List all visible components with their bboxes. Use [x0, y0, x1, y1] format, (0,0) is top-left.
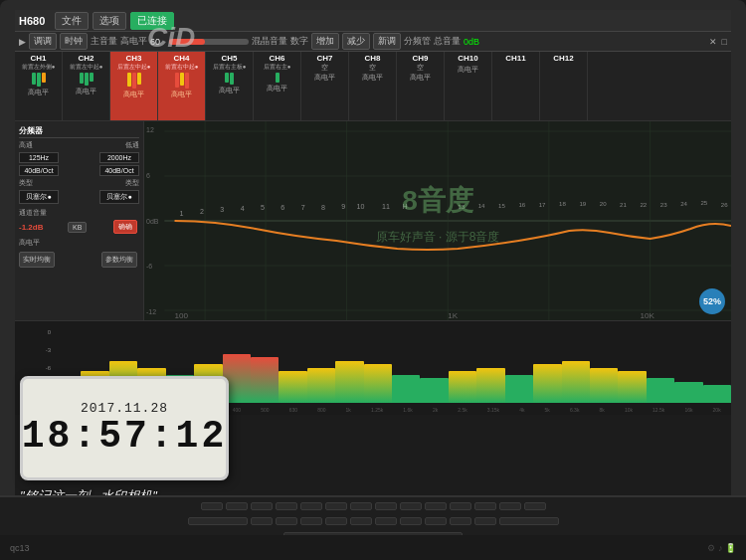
keyboard-row2	[0, 512, 746, 527]
menu-file[interactable]: 文件	[55, 12, 89, 30]
spec-bar-20	[618, 371, 646, 403]
spec-bar-9	[307, 368, 335, 403]
lp-gain-label: 通道音量	[19, 208, 47, 218]
svg-text:17: 17	[539, 202, 546, 208]
toolbar2-slider[interactable]	[169, 39, 249, 45]
lp-realtime-btn[interactable]: 实时均衡	[19, 252, 55, 268]
ch4-sub: 前置右中起●	[165, 64, 199, 71]
svg-text:2: 2	[200, 208, 204, 215]
key-5	[300, 502, 322, 510]
ch3-hlabel: 高电平	[123, 90, 144, 99]
left-panel: 分频器 高通 低通 125Hz 2000Hz 40dB/Oct 40dB/Oct…	[15, 121, 144, 320]
key-14	[524, 502, 546, 510]
ch5-meters	[225, 73, 234, 85]
toolbar2-ext[interactable]: □	[722, 37, 727, 47]
keyboard-row1	[0, 497, 746, 512]
channel-ch5[interactable]: CH5 后置右主板● 高电平	[206, 52, 254, 120]
main-content: 分频器 高通 低通 125Hz 2000Hz 40dB/Oct 40dB/Oct…	[15, 121, 731, 320]
spec-bar-16	[505, 375, 533, 403]
svg-text:14: 14	[478, 203, 485, 209]
ch9-name: CH9	[412, 54, 428, 64]
lp-btn-confirm[interactable]: 确确	[113, 220, 137, 234]
channel-ch8[interactable]: CH8 空 高电平	[349, 52, 397, 120]
key-y	[375, 517, 397, 525]
channel-ch10[interactable]: CH10 高电平	[445, 52, 492, 120]
toolbar2-tab1[interactable]: 调调	[29, 33, 57, 50]
spec-bar-21	[647, 378, 674, 403]
key-12	[474, 502, 496, 510]
svg-text:15: 15	[498, 203, 505, 209]
lp-btn-kb[interactable]: KB	[68, 222, 87, 233]
channel-ch11[interactable]: CH11	[492, 52, 540, 120]
channel-ch1[interactable]: CH1 前置左外侧● 高电平	[15, 52, 63, 120]
lp-freq2-val[interactable]: 2000Hz	[99, 152, 139, 163]
svg-text:H: H	[402, 203, 407, 210]
key-i	[425, 517, 447, 525]
lp-gain-value: -1.2dB	[19, 223, 43, 232]
toolbar2: ▶ 调调 时钟 主音量 高电平 60 混晶音量 数字 增加 减少 新调 分频管 …	[15, 32, 731, 52]
channel-ch3[interactable]: CH3 后置左中起● 高电平	[110, 52, 158, 120]
menu-connected[interactable]: 已连接	[130, 12, 174, 30]
ch3-sub: 后置左中起●	[117, 64, 151, 71]
svg-text:24: 24	[680, 201, 687, 207]
lp-row-gain: 通道音量	[19, 208, 139, 218]
spec-db-0: 0	[17, 329, 51, 335]
toolbar2-mainvol: 主音量	[91, 35, 117, 48]
key-e	[300, 517, 322, 525]
channel-ch2[interactable]: CH2 前置左中起● 高电平	[63, 52, 110, 120]
toolbar2-btn3[interactable]: 新调	[373, 33, 401, 50]
key-7	[350, 502, 372, 510]
svg-text:4: 4	[241, 205, 245, 212]
eq-corner-badge: 52%	[699, 288, 725, 314]
channel-ch12[interactable]: CH12	[540, 52, 588, 120]
svg-text:25: 25	[700, 200, 707, 206]
toolbar2-close[interactable]: ✕	[709, 37, 717, 47]
key-t	[350, 517, 372, 525]
toolbar2-play-label: ▶	[19, 37, 26, 47]
clock-widget: 2017.11.28 18:57:12	[20, 376, 229, 480]
lp-slope1-val[interactable]: 40dB/Oct	[19, 165, 59, 176]
ch2-name: CH2	[78, 54, 93, 64]
spec-bar-23	[703, 385, 731, 403]
lp-param-btn[interactable]: 参数均衡	[101, 252, 137, 268]
eq-svg: 1 2 3 4 5 6 7 8 9 10 11 H 1K 10K 100 13 …	[144, 121, 731, 320]
svg-text:18: 18	[559, 201, 566, 207]
ch3-meters	[127, 73, 141, 89]
channel-ch7[interactable]: CH7 空 高电平	[301, 52, 349, 120]
toolbar2-btn2[interactable]: 减少	[342, 33, 370, 50]
lp-type2-val[interactable]: 贝塞尔●	[99, 190, 139, 204]
lp-type1-val[interactable]: 贝塞尔●	[19, 190, 59, 204]
lp-freq1-val[interactable]: 125Hz	[19, 152, 59, 163]
clock-date: 2017.11.28	[81, 401, 168, 416]
toolbar2-divider: 分频管	[404, 35, 431, 48]
toolbar2-tab2[interactable]: 时钟	[60, 33, 88, 50]
key-4	[276, 502, 297, 510]
svg-text:8: 8	[321, 204, 325, 211]
ch6-name: CH6	[269, 54, 284, 64]
ch9-sub: 空	[417, 64, 424, 72]
ch2-sub: 前置左中起●	[70, 64, 103, 71]
channel-ch9[interactable]: CH9 空 高电平	[397, 52, 445, 120]
lp-slope2-val[interactable]: 40dB/Oct	[99, 165, 139, 176]
bottom-bar-text: qc13	[10, 543, 30, 553]
channel-ch4[interactable]: CH4 前置右中起● 高电平	[158, 52, 206, 120]
bottom-bar: qc13 ⚙ ♪ 🔋	[0, 535, 746, 560]
toolbar2-total: 总音量	[434, 35, 461, 48]
ch7-sub: 空	[321, 64, 328, 72]
toolbar2-digital: 数字	[290, 35, 308, 48]
ch7-name: CH7	[316, 54, 332, 64]
key-w	[276, 517, 297, 525]
ch4-name: CH4	[173, 54, 189, 64]
ch4-hlabel: 高电平	[171, 90, 192, 99]
key-13	[499, 502, 521, 510]
lp-treble-section: 高电平	[19, 238, 139, 248]
menu-options[interactable]: 选项	[93, 12, 126, 30]
ch1-sub: 前置左外侧●	[22, 64, 56, 71]
ch7-hlabel: 高电平	[314, 73, 335, 83]
channel-ch6[interactable]: CH6 后置右主● 高电平	[254, 52, 301, 120]
lp-row-treble: 高电平	[19, 238, 139, 248]
key-2	[226, 502, 248, 510]
toolbar2-vol-indicator: 0dB	[464, 37, 479, 47]
toolbar2-btn1[interactable]: 增加	[311, 33, 339, 50]
spec-bar-7	[251, 357, 279, 403]
